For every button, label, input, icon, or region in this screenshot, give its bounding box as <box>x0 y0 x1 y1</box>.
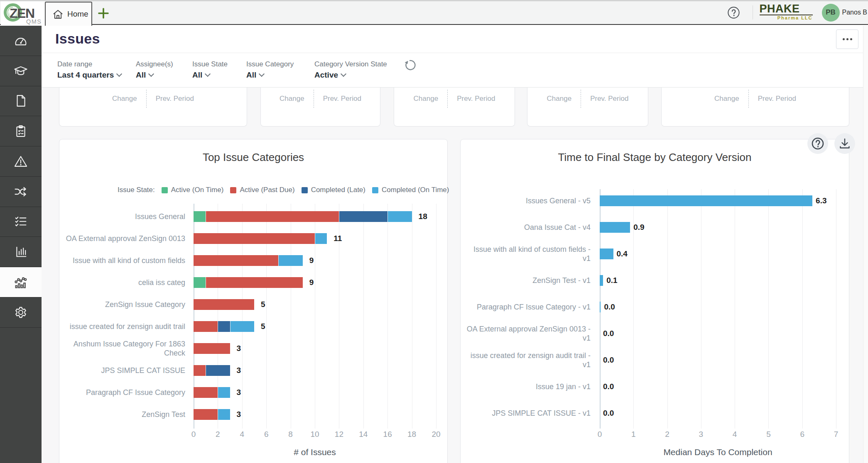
bar-value-label: 0.0 <box>603 409 614 418</box>
chart-help-button[interactable] <box>807 133 828 154</box>
legend-item[interactable]: Active (On Time) <box>162 186 224 194</box>
home-icon <box>52 9 64 20</box>
bar-segment[interactable] <box>194 299 254 310</box>
chart-title: Time to Final Stage by Category Version <box>461 151 849 164</box>
filter-value[interactable]: All <box>136 71 173 80</box>
filter-assignee-s-[interactable]: Assignee(s)All <box>136 60 173 80</box>
bar-segment[interactable] <box>194 387 218 398</box>
sidebar-item-audits[interactable] <box>0 116 42 146</box>
bar-segment[interactable] <box>387 211 412 222</box>
user-avatar[interactable]: PB <box>822 4 840 22</box>
kpi-prev-period-label: Prev. Period <box>457 95 495 103</box>
user-name[interactable]: Panos B <box>842 9 867 16</box>
page-header: Issues <box>42 25 868 53</box>
bar-segment[interactable] <box>194 211 206 222</box>
filter-value[interactable]: Active <box>314 71 387 80</box>
bar-segment[interactable] <box>218 387 230 398</box>
legend-item[interactable]: Completed (Late) <box>302 186 365 194</box>
kpi-prev-period-label: Prev. Period <box>323 95 361 103</box>
gridline <box>363 204 364 429</box>
sidebar-item-analytics[interactable] <box>0 267 42 297</box>
bar-value-label: 9 <box>309 256 314 265</box>
dashboard-icon <box>13 33 28 48</box>
bar-segment[interactable] <box>218 321 230 332</box>
kpi-prev-period-label: Prev. Period <box>156 95 194 103</box>
logo-qms-text: QMS <box>26 18 42 25</box>
x-tick-label: 6 <box>800 430 804 439</box>
sidebar-item-settings[interactable] <box>0 297 42 328</box>
chevron-down-icon <box>116 71 122 77</box>
sidebar-item-tasks[interactable] <box>0 207 42 237</box>
bar-segment[interactable] <box>315 233 327 244</box>
chevron-down-icon <box>148 71 154 77</box>
bar-segment[interactable] <box>206 211 339 222</box>
legend-label: Completed (Late) <box>311 186 365 194</box>
bar-segment[interactable] <box>194 409 218 420</box>
filter-value[interactable]: All <box>246 71 294 80</box>
legend-swatch <box>372 187 378 193</box>
bar-segment[interactable] <box>339 211 387 222</box>
sidebar-item-dashboard[interactable] <box>0 26 42 56</box>
tab-home[interactable]: Home <box>45 2 92 26</box>
category-label: celia iss categ <box>65 278 185 287</box>
gridline <box>436 204 436 429</box>
bar-segment[interactable] <box>194 277 206 288</box>
category-label: Oana Issue Cat - v4 <box>466 223 591 232</box>
bar-value-label: 3 <box>237 410 241 419</box>
scrollbar-track[interactable] <box>863 26 868 463</box>
bar-segment[interactable] <box>194 233 315 244</box>
bar-value-label: 3 <box>237 366 241 375</box>
filter-issue-category[interactable]: Issue CategoryAll <box>246 60 294 80</box>
bar[interactable] <box>600 222 630 233</box>
bar-value-label: 9 <box>309 278 314 287</box>
analytics-icon <box>13 275 28 290</box>
x-tick-label: 18 <box>407 430 416 439</box>
filter-value[interactable]: Last 4 quarters <box>57 71 121 80</box>
x-tick-label: 20 <box>432 430 440 439</box>
bar-segment[interactable] <box>206 277 303 288</box>
category-label: issue created for zensign audit trail - … <box>466 351 591 369</box>
category-label: issue created for zensign audit trail <box>65 322 185 331</box>
bar-segment[interactable] <box>194 365 206 376</box>
bar[interactable] <box>600 275 603 286</box>
sidebar-item-reports[interactable] <box>0 237 42 267</box>
kpi-change-label: Change <box>280 95 304 103</box>
ellipsis-dot <box>843 38 845 40</box>
legend-label: Active (Past Due) <box>240 186 294 194</box>
x-tick-label: 3 <box>699 430 704 439</box>
kpi-card: ChangePrev. Period <box>661 88 849 127</box>
bar-segment[interactable] <box>194 321 218 332</box>
bar-value-label: 0.0 <box>604 302 615 312</box>
more-options-button[interactable] <box>836 29 858 49</box>
kpi-change-label: Change <box>414 95 439 103</box>
bar-segment[interactable] <box>206 365 230 376</box>
legend-item[interactable]: Completed (On Time) <box>372 186 449 194</box>
new-tab-button[interactable] <box>97 7 110 20</box>
bar-segment[interactable] <box>218 409 230 420</box>
zenqms-logo[interactable]: ZEN QMS <box>1 1 45 26</box>
bar-segment[interactable] <box>230 321 254 332</box>
ellipsis-dot <box>850 38 852 40</box>
legend-item[interactable]: Active (Past Due) <box>230 186 294 194</box>
category-label: Paragraph CF Issue Category - v1 <box>466 302 591 312</box>
sidebar-item-documents[interactable] <box>0 86 42 117</box>
filter-category-version-state[interactable]: Category Version StateActive <box>314 60 387 80</box>
refresh-button[interactable] <box>401 56 419 74</box>
sidebar-item-change-control[interactable] <box>0 177 42 207</box>
filter-value[interactable]: All <box>192 71 228 80</box>
x-tick-label: 0 <box>191 430 196 439</box>
bar-segment[interactable] <box>194 343 230 354</box>
filter-issue-state[interactable]: Issue StateAll <box>192 60 228 80</box>
bar[interactable] <box>600 249 613 259</box>
bar-segment[interactable] <box>278 255 302 266</box>
chart-download-button[interactable] <box>834 133 855 154</box>
filter-label: Issue State <box>192 60 228 68</box>
bar-segment[interactable] <box>194 255 278 266</box>
kpi-prev-period-label: Prev. Period <box>590 95 628 103</box>
help-icon[interactable] <box>727 6 740 19</box>
bar[interactable] <box>600 302 601 312</box>
sidebar-item-training[interactable] <box>0 56 42 86</box>
sidebar-item-issues[interactable] <box>0 146 42 177</box>
filter-date-range[interactable]: Date rangeLast 4 quarters <box>57 60 121 80</box>
bar[interactable] <box>600 195 812 206</box>
